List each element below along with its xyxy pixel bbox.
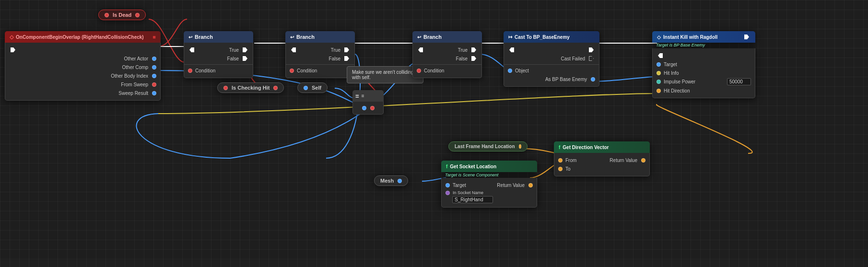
branch2-true-label: True — [331, 47, 340, 53]
branch2-false-label: False — [329, 56, 340, 61]
socket-name-label: In Socket Name — [453, 190, 483, 195]
cast-title: Cast To BP_BaseEnemy — [515, 35, 570, 40]
cast-as-label: As BP Base Enemy — [545, 77, 587, 82]
sweep-result-label: Sweep Result — [118, 91, 148, 96]
kill-target-label: Target — [664, 62, 677, 67]
tooltip-box: Make sure we aren't colliding with self. — [347, 66, 423, 83]
other-actor-label: Other Actor — [124, 56, 148, 61]
direction-return-label: Return Value — [610, 158, 637, 163]
impulse-power-input[interactable] — [727, 78, 751, 85]
branch1-condition-label: Condition — [195, 68, 215, 73]
socket-name-input[interactable] — [452, 196, 493, 203]
kill-direction-label: Hit Direction — [664, 88, 690, 93]
cast-failed-label: Cast Failed — [561, 56, 585, 61]
other-comp-label: Other Comp — [122, 65, 148, 70]
branch2-condition-label: Condition — [297, 68, 317, 73]
direction-from-label: From — [565, 158, 576, 163]
instant-kill-subtitle: Target is BP Base Enemy — [652, 43, 755, 48]
branch3-false-label: False — [456, 56, 468, 61]
is-checking-hit-label: Is Checking Hit — [232, 85, 270, 91]
get-direction-title: Get Direction Vector — [563, 145, 609, 150]
is-dead-node: Is Dead — [98, 10, 146, 20]
branch3-title: Branch — [423, 34, 442, 40]
self-node: Self — [297, 82, 328, 93]
tooltip-text: Make sure we aren't colliding with self. — [352, 70, 414, 80]
branch1-true-label: True — [229, 47, 239, 53]
instant-kill-node: ◇ Instant Kill with Ragdoll Target is BP… — [652, 31, 755, 98]
get-socket-subtitle: Target is Scene Component — [441, 172, 537, 178]
branch1-false-label: False — [227, 56, 239, 61]
self-label: Self — [312, 85, 321, 91]
branch3-true-label: True — [458, 47, 468, 53]
last-frame-label: Last Frame Hand Location — [455, 144, 515, 149]
socket-target-label: Target — [453, 183, 466, 188]
branch3-node: ↩ Branch True False Condition — [412, 31, 482, 78]
last-frame-node: Last Frame Hand Location — [448, 141, 528, 151]
is-dead-label: Is Dead — [113, 12, 131, 18]
mesh-label: Mesh — [380, 178, 394, 184]
get-socket-node: f Get Socket Location Target is Scene Co… — [441, 161, 537, 208]
cast-object-label: Object — [515, 68, 529, 73]
mesh-node: Mesh — [374, 175, 408, 186]
is-checking-hit-node: Is Checking Hit — [217, 82, 284, 93]
event-node: ◇ OnComponentBeginOverlap (RightHandColl… — [5, 31, 161, 101]
kill-hit-info-label: Hit Info — [664, 70, 679, 76]
branch2-title: Branch — [296, 34, 315, 40]
get-direction-node: f Get Direction Vector From Return Value… — [554, 141, 650, 176]
branch1-node: ↩ Branch True False Condition — [184, 31, 253, 78]
branch2-node: ↩ Branch True False Condition — [285, 31, 355, 78]
kill-impulse-label: Impulse Power — [664, 79, 695, 84]
cast-node: ↦ Cast To BP_BaseEnemy Cast Failed Objec… — [504, 31, 599, 87]
event-title: OnComponentBeginOverlap (RightHandCollis… — [16, 35, 144, 40]
socket-return-label: Return Value — [497, 183, 525, 188]
other-body-label: Other Body Index — [111, 73, 148, 79]
direction-to-label: To — [565, 166, 571, 172]
equality-node: = = — [352, 90, 384, 115]
get-socket-title: Get Socket Location — [450, 164, 496, 169]
branch3-condition-label: Condition — [424, 68, 444, 73]
branch1-title: Branch — [195, 34, 213, 40]
instant-kill-title: Instant Kill with Ragdoll — [663, 35, 717, 40]
from-sweep-label: From Sweep — [121, 82, 148, 87]
